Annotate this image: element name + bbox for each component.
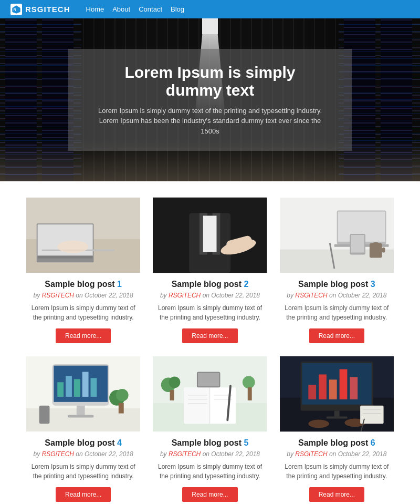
- read-more-button-3[interactable]: Read more...: [309, 328, 364, 343]
- blog-meta-3: by RSGiTECH on October 22, 2018: [287, 292, 386, 299]
- brand-icon: R: [10, 4, 22, 15]
- blog-meta-6: by RSGiTECH on October 22, 2018: [287, 450, 386, 458]
- blog-excerpt-3: Lorem Ipsum is simply dummy text of the …: [280, 303, 394, 322]
- svg-rect-73: [327, 416, 348, 418]
- hero-title: Lorem Ipsum is simply dummy text: [94, 64, 326, 99]
- blog-grid: Sample blog post 1 by RSGiTECH on Octobe…: [26, 197, 394, 502]
- brand-logo[interactable]: R RSGiTECH: [10, 4, 70, 15]
- blog-card-title-2: Sample blog post 2: [172, 280, 249, 289]
- blog-image-3: [280, 197, 394, 273]
- blog-excerpt-6: Lorem Ipsum is simply dummy text of the …: [280, 462, 394, 481]
- ceiling-lamp: [202, 18, 218, 34]
- svg-point-59: [169, 376, 181, 388]
- svg-point-42: [116, 389, 129, 402]
- svg-text:R: R: [14, 7, 17, 12]
- blog-meta-1: by RSGiTECH on October 22, 2018: [34, 292, 133, 299]
- svg-rect-40: [68, 415, 93, 418]
- nav-contact[interactable]: Contact: [139, 5, 162, 13]
- svg-rect-38: [90, 378, 97, 397]
- hero-section: Lorem Ipsum is simply dummy text Lorem I…: [0, 18, 420, 181]
- nav-home[interactable]: Home: [86, 5, 104, 13]
- svg-rect-37: [82, 372, 89, 397]
- svg-rect-34: [57, 382, 64, 397]
- blog-meta-5: by RSGiTECH on October 22, 2018: [160, 450, 260, 458]
- svg-rect-67: [308, 385, 316, 399]
- blog-card-5: Sample blog post 5 by RSGiTECH on Octobe…: [153, 356, 267, 502]
- svg-point-61: [243, 376, 255, 388]
- blog-card-2: Sample blog post 2 by RSGiTECH on Octobe…: [153, 197, 267, 343]
- blog-image-1: [26, 197, 140, 273]
- blog-section: Sample blog post 1 by RSGiTECH on Octobe…: [0, 181, 420, 504]
- blog-card-title-5: Sample blog post 5: [172, 438, 249, 448]
- svg-rect-10: [26, 198, 140, 273]
- blog-meta-4: by RSGiTECH on October 22, 2018: [34, 450, 133, 458]
- blog-excerpt-5: Lorem Ipsum is simply dummy text of the …: [153, 462, 267, 481]
- nav-links: Home About Contact Blog: [86, 5, 185, 13]
- read-more-button-5[interactable]: Read more...: [182, 487, 237, 502]
- blog-card-4: Sample blog post 4 by RSGiTECH on Octobe…: [26, 356, 140, 502]
- svg-rect-43: [119, 403, 124, 414]
- blog-excerpt-2: Lorem Ipsum is simply dummy text of the …: [153, 303, 267, 322]
- blog-card-title-4: Sample blog post 4: [45, 438, 122, 448]
- nav-blog[interactable]: Blog: [171, 5, 184, 13]
- svg-rect-28: [370, 243, 382, 258]
- brand-name: RSGiTECH: [25, 5, 70, 14]
- navbar: R RSGiTECH Home About Contact Blog: [0, 0, 420, 18]
- read-more-button-4[interactable]: Read more...: [56, 487, 111, 502]
- blog-image-6: [280, 356, 394, 432]
- svg-rect-25: [351, 235, 364, 253]
- svg-rect-72: [334, 411, 339, 417]
- blog-excerpt-1: Lorem Ipsum is simply dummy text of the …: [26, 303, 140, 322]
- svg-rect-36: [74, 379, 80, 397]
- blog-card-title-1: Sample blog post 1: [45, 280, 122, 289]
- svg-rect-68: [319, 374, 327, 399]
- blog-card-title-3: Sample blog post 3: [298, 280, 375, 289]
- svg-rect-69: [329, 379, 337, 399]
- blog-image-5: [153, 356, 267, 432]
- svg-rect-62: [248, 387, 252, 400]
- blog-image-4: [26, 356, 140, 432]
- blog-image-2: [153, 197, 267, 273]
- blog-card-1: Sample blog post 1 by RSGiTECH on Octobe…: [26, 197, 140, 343]
- svg-rect-48: [184, 387, 210, 424]
- hero-subtitle: Lorem Ipsum is simply dummy text of the …: [94, 106, 326, 137]
- nav-about[interactable]: About: [112, 5, 130, 13]
- svg-rect-57: [198, 373, 219, 386]
- blog-card-3: Sample blog post 3 by RSGiTECH on Octobe…: [280, 197, 394, 343]
- hero-content: Lorem Ipsum is simply dummy text Lorem I…: [68, 49, 352, 151]
- read-more-button-1[interactable]: Read more...: [56, 328, 111, 343]
- blog-meta-2: by RSGiTECH on October 22, 2018: [160, 292, 260, 299]
- svg-rect-60: [170, 390, 174, 400]
- read-more-button-2[interactable]: Read more...: [182, 328, 237, 343]
- svg-rect-71: [350, 377, 358, 399]
- blog-card-6: Sample blog post 6 by RSGiTECH on Octobe…: [280, 356, 394, 502]
- svg-rect-35: [66, 376, 72, 397]
- svg-rect-70: [339, 369, 347, 399]
- read-more-button-6[interactable]: Read more...: [309, 487, 364, 502]
- blog-card-title-6: Sample blog post 6: [298, 438, 375, 448]
- svg-rect-44: [39, 406, 50, 424]
- blog-excerpt-4: Lorem Ipsum is simply dummy text of the …: [26, 462, 140, 481]
- svg-rect-16: [203, 215, 217, 252]
- svg-rect-39: [77, 406, 85, 416]
- svg-rect-29: [382, 248, 385, 253]
- svg-point-74: [308, 419, 329, 428]
